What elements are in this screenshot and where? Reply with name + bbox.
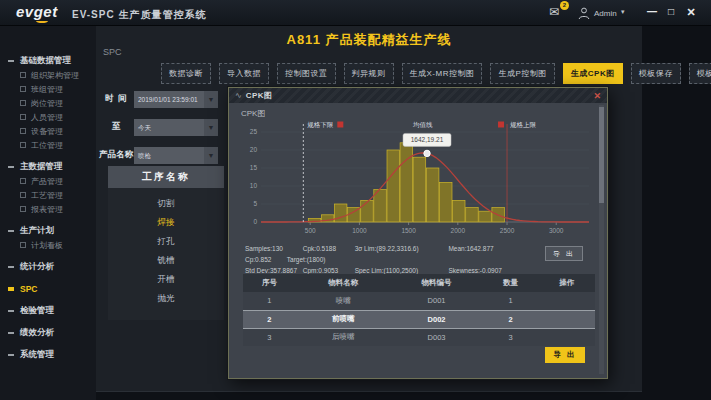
xmr-chart-button[interactable]: 生成X-MR控制图 bbox=[402, 63, 483, 84]
process-item-slot[interactable]: 开槽 bbox=[108, 270, 224, 289]
time-filter-row: 时 间 2019/01/01 23:59:01▼ bbox=[98, 90, 218, 108]
chevron-down-icon[interactable]: ▾ bbox=[621, 8, 625, 16]
svg-text:2500: 2500 bbox=[500, 227, 515, 234]
col-material-name: 物料名称 bbox=[296, 274, 391, 292]
template-save-button[interactable]: 模板保存 bbox=[631, 63, 681, 84]
mail-badge: 2 bbox=[560, 1, 569, 10]
process-item-drill[interactable]: 打孔 bbox=[108, 232, 224, 251]
dialog-close-icon[interactable]: ✕ bbox=[593, 91, 601, 101]
sidebar-section-master-data[interactable]: 主数据管理 bbox=[0, 159, 96, 174]
stat-mean: Mean:1642.877 bbox=[448, 243, 518, 254]
col-action: 操作 bbox=[539, 274, 595, 292]
stat-target: Target:(1800) bbox=[287, 254, 339, 265]
active-marker-icon bbox=[8, 287, 14, 291]
import-data-button[interactable]: 导入数据 bbox=[219, 63, 269, 84]
sidebar-section-basic-data[interactable]: 基础数据管理 bbox=[0, 53, 96, 68]
dialog-scrollbar[interactable] bbox=[599, 105, 604, 374]
cpk-dialog-header[interactable]: ∿ CPK图 ✕ bbox=[229, 88, 607, 103]
sidebar-item-process[interactable]: 工艺管理 bbox=[0, 188, 96, 202]
collapse-icon bbox=[8, 166, 14, 168]
collapse-icon bbox=[8, 332, 14, 334]
app-window: evget EV-SPC 生产质量管控系统 ✉ 2 Admin ▾ — □ ✕ … bbox=[0, 0, 711, 400]
sidebar-item-device[interactable]: 设备管理 bbox=[0, 124, 96, 138]
rule-settings-button[interactable]: 判异规则 bbox=[344, 63, 394, 84]
data-diagnosis-button[interactable]: 数据诊断 bbox=[161, 63, 211, 84]
chevron-down-icon: ▼ bbox=[204, 147, 218, 164]
stat-samples: Samples:130 bbox=[245, 243, 301, 254]
chevron-down-icon: ▼ bbox=[204, 119, 218, 136]
people-icon bbox=[20, 114, 26, 120]
time-select[interactable]: 2019/01/01 23:59:01▼ bbox=[134, 91, 218, 108]
process-item-weld[interactable]: 焊接 bbox=[108, 213, 224, 232]
breadcrumb: SPC bbox=[103, 47, 122, 57]
table-row-selected[interactable]: 2 前喷嘴 D002 2 bbox=[243, 310, 595, 328]
sidebar-item-station[interactable]: 工位管理 bbox=[0, 138, 96, 152]
svg-text:2000: 2000 bbox=[451, 227, 466, 234]
sidebar-item-org[interactable]: 组织架构管理 bbox=[0, 68, 96, 82]
sidebar: 基础数据管理 组织架构管理 班组管理 岗位管理 人员管理 设备管理 工位管理 主… bbox=[0, 26, 96, 400]
process-icon bbox=[20, 192, 26, 198]
team-icon bbox=[20, 86, 26, 92]
sidebar-item-report[interactable]: 报表管理 bbox=[0, 202, 96, 216]
process-item-cut[interactable]: 切割 bbox=[108, 194, 224, 213]
svg-text:10: 10 bbox=[250, 182, 258, 189]
maximize-button[interactable]: □ bbox=[663, 6, 679, 17]
sidebar-section-system[interactable]: 系统管理 bbox=[0, 347, 96, 362]
product-select[interactable]: 喷枪▼ bbox=[134, 147, 218, 164]
mail-icon[interactable]: ✉ bbox=[549, 5, 559, 19]
cpk-histogram-chart[interactable]: 051015202550010001500200025003000规格下限均值线… bbox=[237, 118, 601, 240]
toolbar: 数据诊断 导入数据 控制图设置 判异规则 生成X-MR控制图 生成P控制图 生成… bbox=[161, 63, 711, 84]
table-row[interactable]: 3 后喷嘴 D003 3 bbox=[243, 328, 595, 346]
sidebar-item-people[interactable]: 人员管理 bbox=[0, 110, 96, 124]
material-table: 序号 物料名称 物料编号 数量 操作 1 喷嘴 D001 1 2 前喷嘴 D00… bbox=[243, 274, 595, 346]
svg-text:15: 15 bbox=[250, 164, 258, 171]
col-qty: 数量 bbox=[482, 274, 538, 292]
export-chart-button[interactable]: 导 出 bbox=[545, 246, 583, 261]
sidebar-section-statistics[interactable]: 统计分析 bbox=[0, 259, 96, 274]
sidebar-section-production-plan[interactable]: 生产计划 bbox=[0, 223, 96, 238]
product-label: 产品名称 bbox=[98, 149, 134, 161]
template-manage-button[interactable]: 模板管理 bbox=[689, 63, 711, 84]
table-row[interactable]: 1 喷嘴 D001 1 bbox=[243, 292, 595, 310]
process-item-polish[interactable]: 抛光 bbox=[108, 289, 224, 308]
close-button[interactable]: ✕ bbox=[683, 6, 699, 19]
process-list-header: 工序名称 bbox=[108, 166, 224, 188]
svg-text:1500: 1500 bbox=[401, 227, 416, 234]
process-item-mill[interactable]: 铣槽 bbox=[108, 251, 224, 270]
sidebar-item-team[interactable]: 班组管理 bbox=[0, 82, 96, 96]
to-label: 至 bbox=[98, 121, 134, 133]
device-icon bbox=[20, 128, 26, 134]
svg-text:20: 20 bbox=[250, 146, 258, 153]
app-logo: evget bbox=[16, 3, 58, 20]
sidebar-item-product[interactable]: 产品管理 bbox=[0, 174, 96, 188]
user-icon[interactable] bbox=[578, 6, 590, 24]
app-title: EV-SPC 生产质量管控系统 bbox=[72, 8, 206, 22]
stats-row-1: Samples:130 Cpk:0.5188 3σ Lim:(89.22,331… bbox=[245, 243, 555, 265]
cpk-chart-button[interactable]: 生成CPK图 bbox=[563, 63, 623, 84]
user-name[interactable]: Admin bbox=[594, 9, 617, 18]
process-list: 切割 焊接 打孔 铣槽 开槽 抛光 bbox=[108, 188, 224, 320]
p-chart-button[interactable]: 生成P控制图 bbox=[490, 63, 554, 84]
svg-text:均值线: 均值线 bbox=[412, 121, 433, 128]
time-to-select[interactable]: 今天▼ bbox=[134, 119, 218, 136]
sidebar-section-spc[interactable]: SPC bbox=[0, 281, 96, 296]
stat-cp: Cp:0.852 bbox=[245, 254, 285, 265]
svg-text:1000: 1000 bbox=[352, 227, 367, 234]
sidebar-item-post[interactable]: 岗位管理 bbox=[0, 96, 96, 110]
collapse-icon bbox=[8, 310, 14, 312]
sidebar-section-inspection[interactable]: 检验管理 bbox=[0, 303, 96, 318]
station-icon bbox=[20, 142, 26, 148]
svg-text:0: 0 bbox=[253, 218, 257, 225]
collapse-icon bbox=[8, 230, 14, 232]
control-chart-settings-button[interactable]: 控制图设置 bbox=[277, 63, 336, 84]
time-to-filter-row: 至 今天▼ bbox=[98, 118, 218, 136]
sidebar-item-plan-board[interactable]: 计划看板 bbox=[0, 238, 96, 252]
minimize-button[interactable]: — bbox=[644, 6, 660, 17]
export-table-button[interactable]: 导 出 bbox=[545, 347, 585, 363]
logo-swoosh bbox=[36, 19, 48, 23]
chevron-down-icon: ▼ bbox=[204, 91, 218, 108]
sidebar-section-performance[interactable]: 绩效分析 bbox=[0, 325, 96, 340]
scrollbar-thumb[interactable] bbox=[599, 107, 604, 203]
collapse-icon bbox=[8, 266, 14, 268]
time-label: 时 间 bbox=[98, 93, 134, 105]
